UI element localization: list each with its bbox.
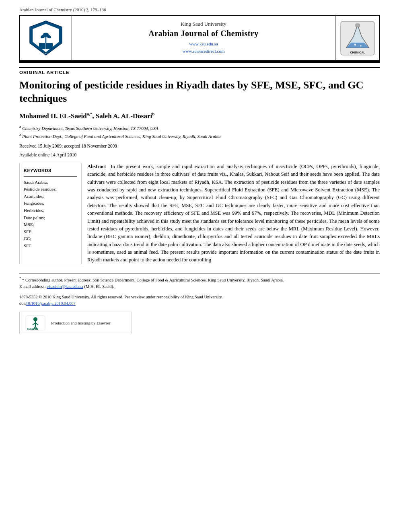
footnote-star-sup: * <box>19 276 21 280</box>
svg-point-18 <box>33 317 37 321</box>
chemical-logo-area: CHEMICAL <box>335 16 379 60</box>
svg-point-13 <box>354 43 356 45</box>
ksu-logo-area: 1957 <box>20 16 72 60</box>
elsevier-logo-icon: ELSEVIER <box>25 315 45 331</box>
header-journal-title: Arabian Journal of Chemistry <box>148 29 258 38</box>
chemical-logo-icon: CHEMICAL <box>340 21 375 56</box>
keyword-item: Saudi Arabia; <box>24 179 77 186</box>
keyword-item: Herbicides; <box>24 207 77 214</box>
sciencedirect-url-link[interactable]: www.sciencedirect.com <box>183 49 225 53</box>
doi-line: doi:10.1016/j.arabjc.2010.04.007 <box>19 300 380 307</box>
header-url1: www.ksu.edu.sa <box>183 41 225 48</box>
copyright-area: 1878-5352 © 2010 King Saud University. A… <box>19 294 380 307</box>
ksu-url-link[interactable]: www.ksu.edu.sa <box>189 41 218 46</box>
elsevier-text: Production and hosting by Elsevier <box>51 321 111 325</box>
svg-text:CHEMICAL: CHEMICAL <box>350 51 365 54</box>
main-content: KEYWORDS Saudi Arabia;Pesticide residues… <box>19 163 380 264</box>
keyword-item: Acaricides; <box>24 193 77 200</box>
svg-rect-15 <box>356 24 360 27</box>
keyword-item: SFE; <box>24 228 77 236</box>
keyword-item: MSE; <box>24 221 77 228</box>
svg-point-5 <box>43 33 49 36</box>
keyword-item: GC; <box>24 235 77 242</box>
author1-name: Mohamed H. EL-Saeid <box>19 112 87 120</box>
journal-ref: Arabian Journal of Chemistry (2010) 3, 1… <box>19 7 380 12</box>
affil-b-text: Plant Protection Dept., College of Food … <box>22 134 220 138</box>
article-title: Monitoring of pesticide residues in Riya… <box>19 79 380 105</box>
header-box: 1957 King Saud University Arabian Journa… <box>19 15 380 61</box>
affiliations: a Chemistry Department, Texas Southern U… <box>19 124 380 140</box>
received-date: Received 15 July 2009; accepted 18 Novem… <box>19 144 380 148</box>
keyword-item: SFC <box>24 242 77 250</box>
article-type: ORIGINAL ARTICLE <box>19 67 380 75</box>
keyword-item: Fungicides; <box>24 200 77 207</box>
elsevier-svg: ELSEVIER <box>25 315 45 331</box>
email-link[interactable]: elsaeidm@ksu.edu.sa <box>47 284 83 289</box>
keyword-item: Date palms; <box>24 214 77 222</box>
affil-b-sup: b <box>19 133 21 137</box>
doi-label: doi: <box>19 301 26 306</box>
svg-text:ELSEVIER: ELSEVIER <box>27 328 38 330</box>
affil-a-sup: a <box>19 125 21 129</box>
authors-line: Mohamed H. EL-Saeida,*, Saleh A. AL-Dosa… <box>19 111 380 120</box>
footnote-star: * * Corresponding author. Present addres… <box>19 276 380 283</box>
svg-point-14 <box>360 45 362 47</box>
affiliation-a: a Chemistry Department, Texas Southern U… <box>19 124 380 131</box>
keywords-list: Saudi Arabia;Pesticide residues;Acaricid… <box>24 179 77 250</box>
abstract-body: In the present work, simple and rapid ex… <box>87 164 380 263</box>
header-urls: www.ksu.edu.sa www.sciencedirect.com <box>183 41 225 55</box>
page: Arabian Journal of Chemistry (2010) 3, 1… <box>0 0 399 532</box>
elsevier-box: ELSEVIER Production and hosting by Elsev… <box>19 312 132 334</box>
available-date: Available online 14 April 2010 <box>19 152 380 157</box>
abstract-section: Abstract In the present work, simple and… <box>87 163 380 264</box>
footnote-area: * * Corresponding author. Present addres… <box>19 273 380 290</box>
svg-text:1957: 1957 <box>43 52 49 55</box>
header-university: King Saud University <box>181 21 226 27</box>
author1-sup: a,* <box>87 111 93 116</box>
email-suffix: (M.H. EL-Saeid). <box>83 284 114 289</box>
author2-sup: b <box>152 111 154 116</box>
footnote-email-line: E-mail address: elsaeidm@ksu.edu.sa (M.H… <box>19 283 380 290</box>
abstract-text: Abstract In the present work, simple and… <box>87 163 380 264</box>
email-label: E-mail address: <box>19 284 47 289</box>
black-bar <box>19 61 380 63</box>
abstract-label: Abstract <box>87 164 106 169</box>
keywords-box: KEYWORDS Saudi Arabia;Pesticide residues… <box>19 163 82 264</box>
doi-link[interactable]: 10.1016/j.arabjc.2010.04.007 <box>26 301 75 306</box>
ksu-logo-icon: 1957 <box>26 19 66 57</box>
header-center: King Saud University Arabian Journal of … <box>72 16 335 60</box>
footnote-star-text: * Corresponding author. Present address:… <box>22 277 284 282</box>
affil-a-text: Chemistry Department, Texas Southern Uni… <box>22 125 158 130</box>
copyright-line: 1878-5352 © 2010 King Saud University. A… <box>19 294 380 300</box>
keyword-item: Pesticide residues; <box>24 186 77 193</box>
authors-separator: , Saleh A. AL-Dosari <box>92 112 152 120</box>
keywords-title: KEYWORDS <box>24 167 77 177</box>
affiliation-b: b Plant Protection Dept., College of Foo… <box>19 132 380 140</box>
header-url2: www.sciencedirect.com <box>183 48 225 55</box>
